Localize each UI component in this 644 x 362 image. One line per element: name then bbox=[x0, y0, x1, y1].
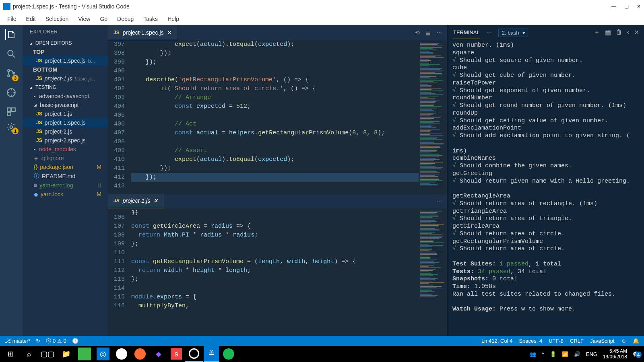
file-project-2-spec[interactable]: JSproject-2.spec.js bbox=[23, 136, 108, 145]
encoding[interactable]: UTF-8 bbox=[549, 338, 564, 344]
source-control-icon[interactable]: 3 bbox=[6, 68, 17, 79]
code-content[interactable]: ɟɟconst getCircleArea = radius => { retu… bbox=[131, 208, 419, 336]
file-label: project-1.spec.js bbox=[45, 119, 86, 126]
notifications-icon[interactable]: 💬4 bbox=[633, 351, 639, 357]
indentation[interactable]: Spaces: 4 bbox=[519, 338, 542, 344]
branch-indicator[interactable]: ⎇ master* bbox=[5, 338, 30, 344]
folder-basic-js[interactable]: ◢basic-javascript bbox=[23, 101, 108, 109]
start-button[interactable]: ⊞ bbox=[2, 346, 19, 362]
testing-header[interactable]: TESTING bbox=[23, 83, 108, 92]
minimap[interactable] bbox=[419, 40, 447, 193]
sync-icon[interactable]: ↻ bbox=[36, 338, 40, 344]
app-icon-6[interactable]: s bbox=[171, 348, 182, 360]
bell-icon[interactable]: 🔔 bbox=[633, 338, 639, 344]
language-mode[interactable]: JavaScript bbox=[590, 338, 615, 344]
close-icon[interactable]: ✕ bbox=[153, 197, 158, 204]
date: 19/06/2018 bbox=[603, 354, 627, 360]
file-package-json[interactable]: {}package.jsonM bbox=[23, 162, 108, 171]
task-view-icon[interactable]: ▢▢ bbox=[39, 346, 56, 362]
cursor-position[interactable]: Ln 412, Col 4 bbox=[481, 338, 512, 344]
prev-icon[interactable]: ‹ bbox=[627, 29, 629, 37]
close-button[interactable]: ✕ bbox=[637, 4, 641, 9]
folder-node-modules[interactable]: ▸node_modules bbox=[23, 145, 108, 154]
vscode-taskbar-icon[interactable]: ≚ bbox=[204, 346, 219, 362]
eol[interactable]: CRLF bbox=[570, 338, 584, 344]
svg-point-0 bbox=[8, 50, 13, 56]
notif-count: 4 bbox=[635, 352, 642, 358]
json-icon: {} bbox=[34, 164, 37, 170]
terminal-content[interactable]: ven number. (1ms) square √ Should get sq… bbox=[448, 40, 644, 336]
file-label: yarn-error.log bbox=[39, 182, 73, 189]
compare-icon[interactable]: ⟲ bbox=[415, 29, 420, 36]
open-editor-top-file[interactable]: JSproject-1.spec.js b... bbox=[23, 56, 108, 65]
code-content[interactable]: expect(actual).toEqual(expected); }); })… bbox=[131, 40, 419, 193]
menu-view[interactable]: View bbox=[74, 14, 94, 24]
maximize-button[interactable]: ▢ bbox=[624, 4, 629, 9]
clock-icon[interactable]: 🕓 bbox=[72, 338, 78, 344]
tray-chevron-icon[interactable]: ^ bbox=[542, 351, 544, 357]
file-project-2-js[interactable]: JSproject-2.js bbox=[23, 127, 108, 136]
close-icon[interactable]: ✕ bbox=[167, 29, 172, 36]
file-project-1-spec[interactable]: JSproject-1.spec.js bbox=[23, 118, 108, 127]
split-icon[interactable]: ▤ bbox=[425, 29, 431, 36]
volume-icon[interactable]: 🔊 bbox=[574, 351, 580, 357]
menu-edit[interactable]: Edit bbox=[22, 14, 40, 24]
people-icon[interactable]: 👥 bbox=[530, 351, 536, 357]
more-icon[interactable]: ⋯ bbox=[486, 29, 492, 36]
open-editor-bottom-file[interactable]: JSproject-1.js basic-ja... bbox=[23, 74, 108, 83]
menu-file[interactable]: File bbox=[3, 14, 21, 24]
search-icon[interactable] bbox=[6, 48, 17, 60]
extensions-icon[interactable] bbox=[6, 106, 17, 117]
language-indicator[interactable]: ENG bbox=[586, 351, 597, 357]
terminal-selector[interactable]: 2: bash bbox=[498, 29, 528, 37]
menu-go[interactable]: Go bbox=[96, 14, 111, 24]
app-icon-1[interactable] bbox=[78, 348, 91, 360]
minimap[interactable] bbox=[419, 208, 447, 336]
file-gitignore[interactable]: ◈.gitignore bbox=[23, 154, 108, 162]
chevron-right-icon: ▸ bbox=[34, 147, 36, 151]
feedback-icon[interactable]: ☺ bbox=[621, 338, 626, 344]
minimize-button[interactable]: — bbox=[611, 4, 616, 9]
more-icon[interactable]: ⋯ bbox=[436, 198, 442, 204]
file-label: .gitignore bbox=[41, 155, 64, 161]
files-icon[interactable] bbox=[5, 29, 17, 40]
menu-tasks[interactable]: Tasks bbox=[139, 14, 162, 24]
settings-icon[interactable]: 1 bbox=[6, 121, 17, 133]
debug-icon[interactable] bbox=[6, 87, 17, 98]
tab-project-1-spec[interactable]: JS project-1.spec.js ✕ bbox=[108, 25, 178, 40]
errors-warnings[interactable]: ⓧ 0 ⚠ 0 bbox=[46, 337, 66, 345]
kill-terminal-icon[interactable]: 🗑 bbox=[616, 29, 622, 37]
vscode-icon bbox=[3, 3, 10, 10]
js-icon: JS bbox=[114, 30, 120, 35]
battery-icon[interactable]: 🔋 bbox=[550, 351, 556, 357]
editor-bottom[interactable]: 106107108109110111112113114115116 ɟɟcons… bbox=[108, 208, 447, 336]
new-terminal-icon[interactable]: ＋ bbox=[594, 29, 600, 37]
file-yarn-lock[interactable]: ◆yarn.lockM bbox=[23, 190, 108, 199]
app-icon-3[interactable] bbox=[113, 346, 130, 362]
file-project-1-js[interactable]: JSproject-1.js bbox=[23, 109, 108, 118]
tab-project-1-js[interactable]: JS project-1.js ✕ bbox=[108, 193, 164, 208]
file-path-hint: b... bbox=[88, 58, 95, 64]
editor-top[interactable]: 3973983994004014024034044054064074084094… bbox=[108, 40, 447, 193]
file-readme[interactable]: ⓘREADME.md bbox=[23, 171, 108, 181]
split-terminal-icon[interactable]: ▤ bbox=[605, 29, 611, 37]
folder-advanced-js[interactable]: ▸advanced-javascript bbox=[23, 92, 108, 101]
app-icon-4[interactable] bbox=[131, 346, 149, 362]
menu-selection[interactable]: Selection bbox=[41, 14, 73, 24]
menu-debug[interactable]: Debug bbox=[113, 14, 138, 24]
file-yarn-error[interactable]: ≡yarn-error.logU bbox=[23, 181, 108, 190]
spotify-icon[interactable] bbox=[220, 346, 237, 362]
chrome-icon[interactable] bbox=[185, 346, 203, 362]
close-panel-icon[interactable]: ✕ bbox=[634, 29, 639, 37]
search-icon[interactable]: ⌕ bbox=[20, 346, 38, 362]
clock[interactable]: 5:45 AM 19/06/2018 bbox=[603, 348, 627, 360]
app-icon-5[interactable]: ◆ bbox=[150, 346, 167, 362]
svg-rect-7 bbox=[7, 112, 11, 116]
terminal-tab[interactable]: TERMINAL bbox=[453, 26, 480, 39]
menu-help[interactable]: Help bbox=[163, 14, 183, 24]
more-icon[interactable]: ⋯ bbox=[436, 29, 442, 36]
wifi-icon[interactable]: 📶 bbox=[562, 351, 568, 357]
app-icon-2[interactable]: ◎ bbox=[97, 348, 109, 360]
file-explorer-icon[interactable]: 📁 bbox=[57, 346, 75, 362]
open-editors-header[interactable]: OPEN EDITORS bbox=[23, 39, 108, 47]
